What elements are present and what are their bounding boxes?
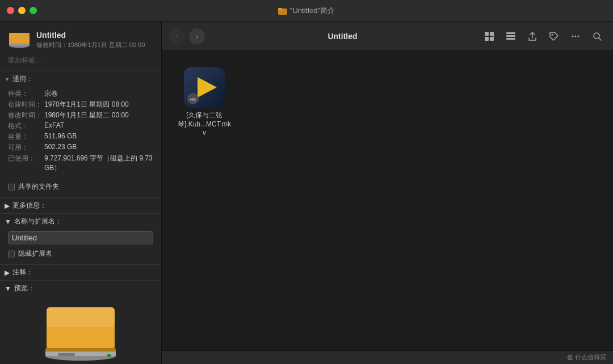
format-value: ExFAT	[44, 121, 153, 131]
share-button[interactable]	[523, 27, 541, 45]
created-row: 创建时间： 1970年1月1日 星期四 08:00	[8, 100, 153, 109]
more-button[interactable]	[566, 27, 585, 45]
kind-row: 种类： 宗卷	[8, 89, 153, 99]
svg-rect-1	[278, 8, 282, 10]
notes-label: 注释：	[12, 268, 33, 277]
drive-name: Untitled	[36, 31, 145, 40]
used-label: 已使用：	[8, 154, 42, 173]
svg-rect-15	[485, 32, 489, 36]
hide-ext-row: 隐藏扩展名	[0, 247, 161, 264]
bottom-bar: 值 什么值得买	[162, 350, 613, 364]
svg-rect-17	[485, 37, 489, 41]
mkv-file-icon: HD	[184, 67, 225, 108]
capacity-row: 容量： 511.96 GB	[8, 132, 153, 142]
name-input[interactable]	[8, 231, 153, 244]
capacity-value: 511.96 GB	[44, 132, 153, 142]
svg-point-24	[575, 35, 577, 37]
tag-button[interactable]	[545, 27, 563, 45]
name-ext-chevron: ▼	[5, 218, 11, 226]
add-tags[interactable]: 添加标签...	[0, 52, 161, 71]
svg-rect-16	[490, 32, 494, 36]
watermark: 值 什么值得买	[567, 353, 606, 362]
minimize-button[interactable]	[18, 7, 26, 14]
general-chevron: ▼	[5, 77, 10, 82]
svg-point-25	[578, 35, 580, 37]
svg-rect-12	[45, 352, 116, 356]
toolbar-actions	[480, 27, 606, 45]
svg-rect-21	[506, 38, 515, 40]
general-section-header[interactable]: ▼ 通用：	[0, 71, 161, 87]
kind-value: 宗卷	[44, 89, 153, 99]
name-ext-section-header[interactable]: ▼ 名称与扩展名：	[0, 214, 161, 229]
created-label: 创建时间：	[8, 100, 42, 109]
file-icon-container: HD	[184, 67, 225, 108]
search-icon	[592, 31, 602, 41]
svg-point-23	[572, 35, 574, 37]
format-label: 格式：	[8, 121, 42, 131]
svg-rect-20	[506, 35, 515, 37]
tag-icon	[549, 31, 559, 41]
content-area: ‹ › Untitled	[162, 22, 613, 364]
available-row: 可用： 502.23 GB	[8, 143, 153, 153]
used-value: 9,727,901,696 字节（磁盘上的 9.73 GB）	[44, 154, 153, 173]
more-info-label: 更多信息：	[12, 201, 47, 210]
svg-text:HD: HD	[190, 98, 196, 101]
share-icon	[527, 31, 538, 41]
modified-value: 1980年1月1日 星期二 00:00	[44, 111, 153, 120]
svg-rect-4	[9, 33, 30, 43]
svg-rect-19	[506, 32, 515, 34]
back-button[interactable]: ‹	[169, 28, 184, 44]
format-row: 格式： ExFAT	[8, 121, 153, 131]
file-label: [久保与二弦琴].Kub...MCT.mkv	[178, 111, 231, 138]
kind-label: 种类：	[8, 89, 42, 99]
preview-label: 预览：	[14, 283, 35, 293]
traffic-lights	[7, 7, 37, 14]
drive-modified: 修改时间：1980年1月1日 星期二 00:00	[36, 41, 145, 49]
shared-folder-checkbox[interactable]	[8, 184, 15, 191]
view-grid-button[interactable]	[480, 27, 498, 45]
search-button[interactable]	[588, 27, 606, 45]
name-ext-label: 名称与扩展名：	[14, 217, 62, 226]
view-list-icon	[506, 31, 516, 41]
maximize-button[interactable]	[30, 7, 37, 14]
preview-content	[0, 296, 161, 364]
view-list-button[interactable]	[502, 27, 520, 45]
folder-icon	[278, 6, 287, 15]
more-icon	[570, 31, 581, 41]
svg-rect-6	[9, 43, 30, 45]
name-input-container	[0, 229, 161, 247]
general-label: 通用：	[12, 74, 33, 84]
modified-row: 修改时间： 1980年1月1日 星期二 00:00	[8, 111, 153, 120]
more-info-section-header[interactable]: ▶ 更多信息：	[0, 197, 161, 213]
shared-folder-label: 共享的文件夹	[18, 182, 59, 192]
preview-section-header[interactable]: ▼ 预览：	[0, 281, 161, 296]
hide-ext-checkbox[interactable]	[8, 251, 15, 257]
capacity-label: 容量：	[8, 132, 42, 142]
available-label: 可用：	[8, 143, 42, 153]
shared-folder-row: 共享的文件夹	[0, 180, 161, 197]
file-grid: HD [久保与二弦琴].Kub...MCT.mkv	[162, 51, 613, 350]
svg-rect-18	[490, 37, 494, 41]
used-row: 已使用： 9,727,901,696 字节（磁盘上的 9.73 GB）	[8, 154, 153, 173]
close-button[interactable]	[7, 7, 14, 14]
finder-toolbar: ‹ › Untitled	[162, 22, 613, 51]
svg-point-13	[107, 354, 111, 357]
notes-section: ▶ 注释：	[0, 264, 161, 280]
notes-section-header[interactable]: ▶ 注释：	[0, 265, 161, 280]
main-container: Untitled 修改时间：1980年1月1日 星期二 00:00 添加标签..…	[0, 22, 613, 364]
drive-small-icon	[8, 29, 31, 50]
hide-ext-label: 隐藏扩展名	[18, 249, 52, 259]
created-value: 1970年1月1日 星期四 08:00	[44, 100, 153, 109]
file-item[interactable]: HD [久保与二弦琴].Kub...MCT.mkv	[173, 62, 236, 142]
forward-button[interactable]: ›	[189, 28, 205, 44]
notes-chevron: ▶	[5, 269, 10, 277]
available-value: 502.23 GB	[44, 143, 153, 153]
drive-preview-icon	[41, 302, 120, 364]
general-info-rows: 种类： 宗卷 创建时间： 1970年1月1日 星期四 08:00 修改时间： 1…	[0, 87, 161, 180]
preview-section: ▼ 预览：	[0, 280, 161, 364]
svg-rect-14	[58, 353, 75, 356]
preview-chevron: ▼	[5, 285, 11, 293]
svg-point-22	[552, 33, 553, 35]
drive-header: Untitled 修改时间：1980年1月1日 星期二 00:00	[0, 22, 161, 52]
info-panel: Untitled 修改时间：1980年1月1日 星期二 00:00 添加标签..…	[0, 22, 162, 364]
